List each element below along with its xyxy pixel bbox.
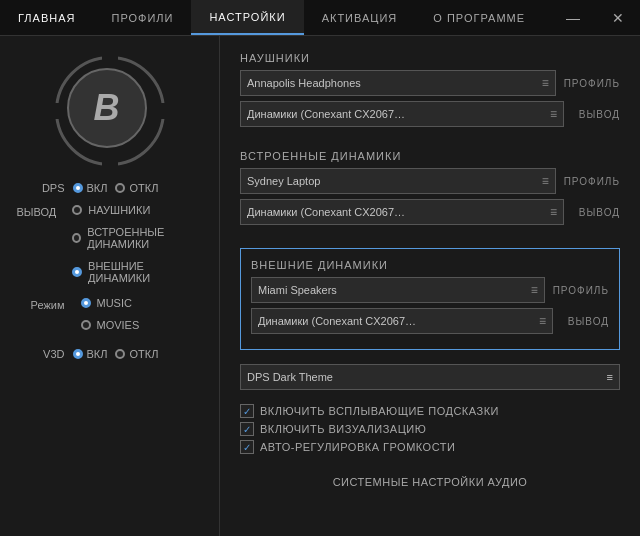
close-button[interactable]: ✕ <box>596 0 640 35</box>
v3d-off-label: ОТКЛ <box>129 348 158 360</box>
dps-off-label: ОТКЛ <box>129 182 158 194</box>
builtin-output-value: Динамики (Conexant CX20671 Smar <box>247 206 407 218</box>
external-output-menu-icon: ≡ <box>539 314 546 328</box>
vyvod-external-radio <box>72 267 82 277</box>
external-output-tag: ВЫВОД <box>561 316 609 327</box>
headphones-output-row: Динамики (Conexant CX20671 Smar ≡ ВЫВОД <box>240 101 620 127</box>
checkbox-auto-volume-label: АВТО-РЕГУЛИРОВКА ГРОМКОСТИ <box>260 441 455 453</box>
builtin-output-tag: ВЫВОД <box>572 207 620 218</box>
dps-label: DPS <box>15 182 65 194</box>
v3d-on-radio-circle <box>73 349 83 359</box>
v3d-control-row: V3D ВКЛ ОТКЛ <box>15 348 205 360</box>
headphones-output-menu-icon: ≡ <box>550 107 557 121</box>
checkboxes-section: ✓ ВКЛЮЧИТЬ ВСПЛЫВАЮЩИЕ ПОДСКАЗКИ ✓ ВКЛЮЧ… <box>240 404 620 458</box>
dps-on-label: ВКЛ <box>87 182 108 194</box>
checkbox-tooltips[interactable]: ✓ ВКЛЮЧИТЬ ВСПЛЫВАЮЩИЕ ПОДСКАЗКИ <box>240 404 620 418</box>
logo-notch-bottom <box>102 156 118 168</box>
vyvod-headphones-radio <box>72 205 82 215</box>
right-panel: НАУШНИКИ Annapolis Headphones ≡ ПРОФИЛЬ … <box>220 36 640 536</box>
dps-control-row: DPS ВКЛ ОТКЛ <box>15 182 205 194</box>
checkbox-tooltips-label: ВКЛЮЧИТЬ ВСПЛЫВАЮЩИЕ ПОДСКАЗКИ <box>260 405 499 417</box>
rezim-music[interactable]: MUSIC <box>81 297 140 309</box>
external-section: ВНЕШНИЕ ДИНАМИКИ Miami Speakers ≡ ПРОФИЛ… <box>240 248 620 350</box>
builtin-profile-select[interactable]: Sydney Laptop ≡ <box>240 168 556 194</box>
external-output-row: Динамики (Conexant CX20671 Smar ≡ ВЫВОД <box>251 308 609 334</box>
checkbox-visualization-box: ✓ <box>240 422 254 436</box>
headphones-profile-row: Annapolis Headphones ≡ ПРОФИЛЬ <box>240 70 620 96</box>
logo-notch-top <box>102 54 118 66</box>
builtin-output-menu-icon: ≡ <box>550 205 557 219</box>
dps-on-radio[interactable]: ВКЛ <box>73 182 108 194</box>
builtin-profile-value: Sydney Laptop <box>247 175 320 187</box>
minimize-button[interactable]: — <box>550 0 596 35</box>
vyvod-label: ВЫВОД <box>15 206 57 218</box>
rezim-label: Режим <box>15 299 65 311</box>
top-nav: ГЛАВНАЯ ПРОФИЛИ НАСТРОЙКИ АКТИВАЦИЯ О ПР… <box>0 0 640 36</box>
headphones-output-value: Динамики (Conexant CX20671 Smar <box>247 108 407 120</box>
checkbox-tooltips-box: ✓ <box>240 404 254 418</box>
vyvod-external[interactable]: ВНЕШНИЕ ДИНАМИКИ <box>72 260 204 284</box>
headphones-profile-menu-icon: ≡ <box>542 76 549 90</box>
checkbox-auto-volume[interactable]: ✓ АВТО-РЕГУЛИРОВКА ГРОМКОСТИ <box>240 440 620 454</box>
headphones-header: НАУШНИКИ <box>240 52 620 64</box>
dps-off-radio[interactable]: ОТКЛ <box>115 182 158 194</box>
external-profile-select[interactable]: Miami Speakers ≡ <box>251 277 545 303</box>
rezim-movies-label: MOVIES <box>97 319 140 331</box>
vyvod-builtin-radio <box>72 233 81 243</box>
theme-menu-icon: ≡ <box>607 371 613 383</box>
checkbox-visualization[interactable]: ✓ ВКЛЮЧИТЬ ВИЗУАЛИЗАЦИЮ <box>240 422 620 436</box>
logo-inner-circle: B <box>67 68 147 148</box>
builtin-output-select[interactable]: Динамики (Conexant CX20671 Smar ≡ <box>240 199 564 225</box>
headphones-output-select[interactable]: Динамики (Conexant CX20671 Smar ≡ <box>240 101 564 127</box>
v3d-radio-group: ВКЛ ОТКЛ <box>73 348 159 360</box>
external-profile-row: Miami Speakers ≡ ПРОФИЛЬ <box>251 277 609 303</box>
checkbox-visualization-label: ВКЛЮЧИТЬ ВИЗУАЛИЗАЦИЮ <box>260 423 426 435</box>
rezim-movies[interactable]: MOVIES <box>81 319 140 331</box>
logo-notch-left <box>53 103 65 119</box>
checkbox-auto-volume-box: ✓ <box>240 440 254 454</box>
rezim-movies-radio <box>81 320 91 330</box>
headphones-profile-value: Annapolis Headphones <box>247 77 361 89</box>
nav-nastroyki[interactable]: НАСТРОЙКИ <box>191 0 303 35</box>
external-output-value: Динамики (Conexant CX20671 Smar <box>258 315 418 327</box>
builtin-profile-menu-icon: ≡ <box>542 174 549 188</box>
theme-select[interactable]: DPS Dark Theme ≡ <box>240 364 620 390</box>
left-panel: B DPS ВКЛ ОТКЛ ВЫВОД <box>0 36 220 536</box>
app-logo: B <box>55 56 165 166</box>
nav-profili[interactable]: ПРОФИЛИ <box>93 0 191 35</box>
dps-radio-group: ВКЛ ОТКЛ <box>73 182 159 194</box>
logo-notch-right <box>155 103 167 119</box>
builtin-profile-row: Sydney Laptop ≡ ПРОФИЛЬ <box>240 168 620 194</box>
external-output-select[interactable]: Динамики (Conexant CX20671 Smar ≡ <box>251 308 553 334</box>
theme-row: DPS Dark Theme ≡ <box>240 364 620 390</box>
vyvod-builtin-label: ВСТРОЕННЫЕ ДИНАМИКИ <box>87 226 204 250</box>
builtin-header: ВСТРОЕННЫЕ ДИНАМИКИ <box>240 150 620 162</box>
theme-value: DPS Dark Theme <box>247 371 333 383</box>
v3d-on-radio[interactable]: ВКЛ <box>73 348 108 360</box>
vyvod-headphones[interactable]: НАУШНИКИ <box>72 204 204 216</box>
v3d-on-label: ВКЛ <box>87 348 108 360</box>
nav-o-programme[interactable]: О ПРОГРАММЕ <box>415 0 543 35</box>
nav-glavnaya[interactable]: ГЛАВНАЯ <box>0 0 93 35</box>
v3d-label: V3D <box>15 348 65 360</box>
vyvod-section: ВЫВОД НАУШНИКИ ВСТРОЕННЫЕ ДИНАМИКИ ВНЕШН… <box>15 204 205 289</box>
headphones-profile-select[interactable]: Annapolis Headphones ≡ <box>240 70 556 96</box>
dps-on-radio-circle <box>73 183 83 193</box>
external-profile-value: Miami Speakers <box>258 284 337 296</box>
vyvod-headphones-label: НАУШНИКИ <box>88 204 150 216</box>
sys-audio-link[interactable]: СИСТЕМНЫЕ НАСТРОЙКИ АУДИО <box>240 476 620 488</box>
headphones-section: НАУШНИКИ Annapolis Headphones ≡ ПРОФИЛЬ … <box>240 52 620 132</box>
vyvod-builtin[interactable]: ВСТРОЕННЫЕ ДИНАМИКИ <box>72 226 204 250</box>
external-profile-menu-icon: ≡ <box>531 283 538 297</box>
headphones-output-tag: ВЫВОД <box>572 109 620 120</box>
main-content: B DPS ВКЛ ОТКЛ ВЫВОД <box>0 36 640 536</box>
vyvod-external-label: ВНЕШНИЕ ДИНАМИКИ <box>88 260 204 284</box>
rezim-music-label: MUSIC <box>97 297 132 309</box>
v3d-off-radio[interactable]: ОТКЛ <box>115 348 158 360</box>
logo-letter: B <box>94 87 120 129</box>
rezim-music-radio <box>81 298 91 308</box>
headphones-profile-tag: ПРОФИЛЬ <box>564 78 620 89</box>
nav-aktivaciya[interactable]: АКТИВАЦИЯ <box>304 0 416 35</box>
builtin-output-row: Динамики (Conexant CX20671 Smar ≡ ВЫВОД <box>240 199 620 225</box>
v3d-off-radio-circle <box>115 349 125 359</box>
